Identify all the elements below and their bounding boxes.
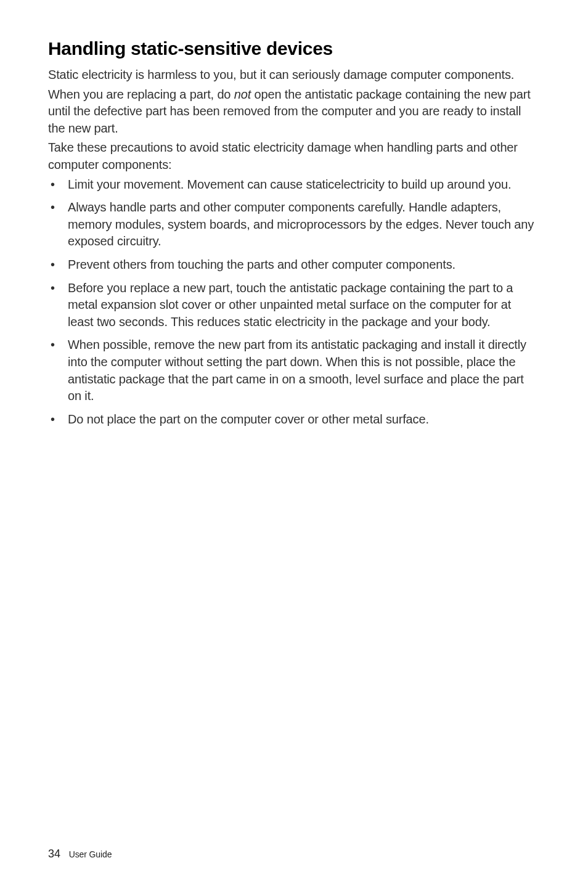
paragraph-2: When you are replacing a part, do not op…	[48, 86, 540, 137]
list-item: Prevent others from touching the parts a…	[48, 256, 540, 274]
page-footer: 34 User Guide	[48, 848, 112, 860]
document-page: Handling static-sensitive devices Static…	[0, 0, 588, 895]
paragraph-3: Take these precautions to avoid static e…	[48, 139, 540, 173]
bullet-list: Limit your movement. Movement can cause …	[48, 176, 540, 428]
list-item: When possible, remove the new part from …	[48, 337, 540, 404]
para2-italic: not	[234, 88, 251, 101]
footer-label: User Guide	[69, 849, 112, 859]
list-item: Always handle parts and other computer c…	[48, 199, 540, 250]
para2-before: When you are replacing a part, do	[48, 88, 234, 101]
section-heading: Handling static-sensitive devices	[48, 38, 540, 59]
list-item: Do not place the part on the computer co…	[48, 411, 540, 428]
list-item: Before you replace a new part, touch the…	[48, 280, 540, 331]
paragraph-1: Static electricity is harmless to you, b…	[48, 67, 540, 84]
page-number: 34	[48, 848, 60, 860]
list-item: Limit your movement. Movement can cause …	[48, 176, 540, 194]
